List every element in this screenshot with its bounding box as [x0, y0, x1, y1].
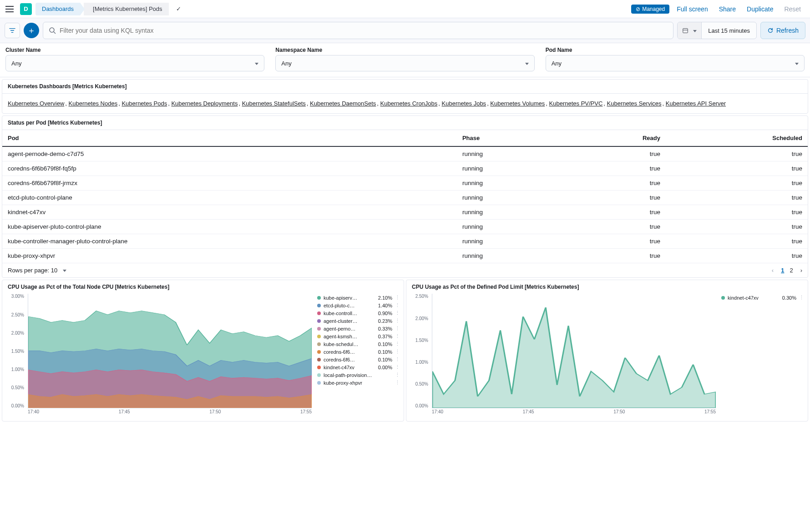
legend-name: agent-ksmsh…: [324, 334, 375, 339]
chart-right-plot[interactable]: 2.50%2.00%1.50%1.00%0.50%0.00% 17:4017:4…: [410, 294, 718, 417]
legend-item[interactable]: coredns-6f6…0.10%⋮: [317, 356, 400, 363]
share-button[interactable]: Share: [715, 4, 739, 15]
managed-badge: ⊘Managed: [631, 5, 669, 14]
legend-item[interactable]: kube-controll…0.90%⋮: [317, 309, 400, 317]
page-number[interactable]: 1: [778, 266, 787, 275]
prev-page[interactable]: ‹: [772, 267, 774, 274]
legend-dot: [317, 373, 321, 377]
svg-line-1: [54, 32, 56, 34]
legend-name: coredns-6f6…: [324, 349, 375, 355]
chevron-down-icon: [252, 60, 258, 67]
chart-left-title: CPU Usage as Pct of the Total Node CPU […: [2, 280, 404, 294]
add-filter-button[interactable]: ＋: [24, 23, 39, 38]
dashboard-links: Kubernetes Overview, Kubernetes Nodes, K…: [2, 94, 808, 113]
table-row[interactable]: etcd-pluto-control-planerunningtruetrue: [2, 191, 808, 205]
col-ready[interactable]: Ready: [566, 130, 666, 146]
legend-menu-icon[interactable]: ⋮: [395, 364, 400, 370]
dashboard-link[interactable]: Kubernetes Nodes: [69, 100, 118, 107]
date-range-label: Last 15 minutes: [702, 27, 756, 34]
legend-item[interactable]: kindnet-c47xv0.30%⋮: [721, 294, 804, 301]
table-row[interactable]: kube-apiserver-pluto-control-planerunnin…: [2, 220, 808, 234]
menu-icon[interactable]: [5, 4, 16, 15]
calendar-icon: [682, 27, 688, 34]
dashboard-link[interactable]: Kubernetes StatefulSets: [242, 100, 306, 107]
legend-name: kube-apiserv…: [324, 295, 375, 301]
table-row[interactable]: coredns-6f6b679f8f-fq5fprunningtruetrue: [2, 161, 808, 176]
dashboard-link[interactable]: Kubernetes API Server: [666, 100, 726, 107]
legend-dot: [317, 366, 321, 369]
legend-menu-icon[interactable]: ⋮: [395, 318, 400, 324]
status-panel-title: Status per Pod [Metrics Kubernetes]: [2, 116, 808, 130]
app-logo[interactable]: D: [20, 3, 32, 15]
reset-button[interactable]: Reset: [780, 4, 805, 15]
legend-menu-icon[interactable]: ⋮: [395, 372, 400, 378]
legend-value: 0.90%: [378, 311, 392, 316]
chevron-down-icon: [690, 27, 697, 34]
breadcrumb-root[interactable]: Dashboards: [35, 3, 80, 15]
legend-menu-icon[interactable]: ⋮: [395, 349, 400, 355]
chart-left-plot[interactable]: 3.00%2.50%2.00%1.50%1.00%0.50%0.00% 17:4…: [6, 294, 314, 417]
legend-menu-icon[interactable]: ⋮: [395, 356, 400, 362]
refresh-button[interactable]: Refresh: [760, 22, 805, 39]
dashboard-link[interactable]: Kubernetes CronJobs: [380, 100, 438, 107]
col-phase[interactable]: Phase: [457, 130, 566, 146]
legend-item[interactable]: agent-ksmsh…0.37%⋮: [317, 332, 400, 340]
legend-menu-icon[interactable]: ⋮: [395, 302, 400, 308]
legend-value: 2.10%: [378, 295, 392, 301]
legend-value: 0.10%: [378, 341, 392, 347]
dashboard-link[interactable]: Kubernetes Services: [607, 100, 662, 107]
table-row[interactable]: kube-controller-manager-pluto-control-pl…: [2, 234, 808, 249]
legend-item[interactable]: kube-apiserv…2.10%⋮: [317, 294, 400, 301]
dashboard-link[interactable]: Kubernetes DaemonSets: [310, 100, 376, 107]
legend-item[interactable]: agent-cluster…0.23%⋮: [317, 317, 400, 325]
filter-icon[interactable]: [5, 23, 20, 38]
kql-input[interactable]: [60, 27, 668, 34]
namespace-filter-select[interactable]: Any: [275, 55, 534, 71]
dashboard-link[interactable]: Kubernetes Pods: [122, 100, 167, 107]
col-scheduled[interactable]: Scheduled: [666, 130, 808, 146]
col-pod[interactable]: Pod: [2, 130, 457, 146]
page-number[interactable]: 2: [787, 266, 795, 275]
legend-name: coredns-6f6…: [324, 357, 375, 362]
legend-menu-icon[interactable]: ⋮: [395, 295, 400, 301]
dashboard-link[interactable]: Kubernetes Volumes: [490, 100, 545, 107]
table-row[interactable]: coredns-6f6b679f8f-jrmzxrunningtruetrue: [2, 176, 808, 191]
dashboard-link[interactable]: Kubernetes Overview: [8, 100, 64, 107]
breadcrumb-page[interactable]: [Metrics Kubernetes] Pods: [84, 3, 168, 15]
legend-item[interactable]: coredns-6f6…0.10%⋮: [317, 348, 400, 356]
dashboard-link[interactable]: Kubernetes PV/PVC: [549, 100, 603, 107]
date-picker[interactable]: Last 15 minutes: [677, 22, 757, 39]
full-screen-button[interactable]: Full screen: [673, 4, 711, 15]
legend-dot: [317, 358, 321, 361]
legend-item[interactable]: etcd-pluto-c…1.40%⋮: [317, 301, 400, 309]
legend-menu-icon[interactable]: ⋮: [395, 310, 400, 316]
legend-value: 0.10%: [378, 349, 392, 355]
legend-item[interactable]: local-path-provision…⋮: [317, 371, 400, 379]
dashboard-link[interactable]: Kubernetes Deployments: [171, 100, 238, 107]
table-row[interactable]: kube-proxy-xhpvrrunningtruetrue: [2, 249, 808, 263]
legend-dot: [317, 296, 321, 300]
legend-item[interactable]: agent-perno…0.33%⋮: [317, 325, 400, 332]
legend-value: 0.00%: [378, 365, 392, 370]
legend-name: kindnet-c47xv: [728, 295, 780, 301]
search-input[interactable]: [43, 22, 673, 39]
legend-menu-icon[interactable]: ⋮: [395, 380, 400, 386]
link-icon: ⊘: [636, 6, 640, 12]
dashboard-link[interactable]: Kubernetes Jobs: [442, 100, 486, 107]
pod-filter-select[interactable]: Any: [546, 55, 805, 71]
chevron-down-icon: [522, 60, 529, 67]
rows-per-page[interactable]: Rows per page: 10: [8, 267, 66, 274]
duplicate-button[interactable]: Duplicate: [743, 4, 777, 15]
table-row[interactable]: kindnet-c47xvrunningtruetrue: [2, 205, 808, 220]
legend-item[interactable]: kindnet-c47xv0.00%⋮: [317, 363, 400, 371]
legend-value: 0.23%: [378, 318, 392, 324]
legend-item[interactable]: kube-schedul…0.10%⋮: [317, 340, 400, 348]
legend-menu-icon[interactable]: ⋮: [395, 333, 400, 339]
legend-menu-icon[interactable]: ⋮: [395, 326, 400, 331]
table-row[interactable]: agent-pernode-demo-c7d75runningtruetrue: [2, 146, 808, 161]
legend-item[interactable]: kube-proxy-xhpvr⋮: [317, 379, 400, 386]
cluster-filter-select[interactable]: Any: [5, 55, 264, 71]
legend-menu-icon[interactable]: ⋮: [395, 341, 400, 347]
next-page[interactable]: ›: [800, 267, 802, 274]
legend-menu-icon[interactable]: ⋮: [799, 295, 804, 301]
